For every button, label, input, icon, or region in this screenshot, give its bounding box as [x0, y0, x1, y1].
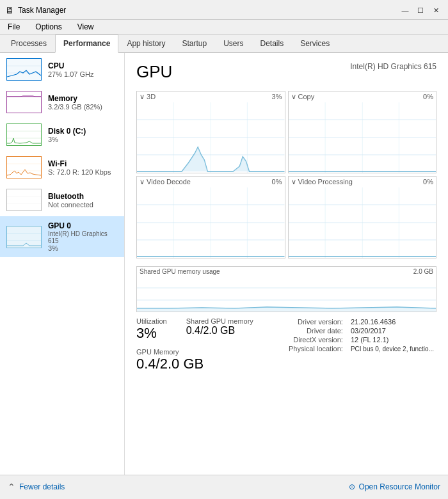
driver-date-value: 03/20/2017 [348, 326, 436, 335]
menu-bar: File Options View [0, 20, 448, 35]
tab-bar: Processes Performance App history Startu… [0, 35, 448, 53]
gpu-mini-chart [6, 226, 42, 248]
chart-video-decode: ∨ Video Decode 0% [136, 176, 285, 258]
app-icon: 🖥 [5, 5, 14, 15]
chart-video-processing-label: ∨ Video Processing 0% [289, 177, 436, 187]
fewer-details-label: Fewer details [19, 482, 65, 491]
menu-file[interactable]: File [5, 21, 22, 33]
disk-mini-chart [6, 123, 42, 146]
driver-version-label: Driver version: [286, 317, 348, 326]
directx-label: DirectX version: [286, 335, 348, 344]
physical-value: PCI bus 0, device 2, functio... [348, 344, 436, 353]
svg-rect-1 [7, 59, 41, 80]
chart-3d-area [137, 102, 285, 173]
tab-details[interactable]: Details [252, 35, 292, 53]
sidebar-item-disk[interactable]: Disk 0 (C:) 3% [0, 118, 124, 151]
cpu-mini-chart [6, 58, 42, 81]
memory-info: Memory 3.2/3.9 GB (82%) [48, 94, 118, 111]
detail-pane: GPU Intel(R) HD Graphics 615 ∨ 3D 3% [125, 53, 448, 475]
menu-view[interactable]: View [75, 21, 97, 33]
title-bar-left: 🖥 Task Manager [5, 5, 66, 15]
bluetooth-mini-chart [6, 189, 42, 211]
chart-video-processing: ∨ Video Processing 0% [288, 176, 437, 258]
detail-title: GPU [136, 62, 172, 82]
tab-performance[interactable]: Performance [55, 35, 118, 53]
sidebar-item-gpu[interactable]: GPU 0 Intel(R) HD Graphics 615 3% [0, 216, 124, 257]
stat-gpu-memory-block: GPU Memory 0.4/2.0 GB [136, 348, 253, 372]
chart-copy-area [289, 102, 436, 173]
sidebar-item-memory[interactable]: Memory 3.2/3.9 GB (82%) [0, 86, 124, 118]
minimize-button[interactable]: — [398, 4, 412, 17]
disk-title: Disk 0 (C:) [48, 127, 118, 136]
driver-info: Driver version: 21.20.16.4636 Driver dat… [286, 317, 436, 372]
gpu-info: GPU 0 Intel(R) HD Graphics 615 3% [48, 221, 118, 252]
svg-rect-14 [7, 226, 41, 248]
svg-rect-45 [137, 276, 436, 312]
title-bar-controls: — ☐ ✕ [398, 4, 443, 17]
svg-rect-4 [7, 91, 41, 113]
bluetooth-subtitle: Not connected [48, 201, 118, 209]
memory-title: Memory [48, 94, 118, 103]
stats-left: Utilization 3% Shared GPU memory 0.4/2.0… [136, 317, 253, 372]
disk-subtitle: 3% [48, 136, 118, 143]
menu-options[interactable]: Options [33, 21, 64, 33]
resource-monitor-icon: ⊙ [349, 482, 355, 491]
close-button[interactable]: ✕ [429, 4, 443, 17]
charts-grid: ∨ 3D 3% [136, 91, 436, 258]
tab-services[interactable]: Services [292, 35, 338, 53]
wifi-subtitle: S: 72.0 R: 120 Kbps [48, 168, 118, 176]
gpu-value: 3% [48, 244, 118, 252]
gpu-memory-chart-area [137, 276, 436, 312]
gpu-memory-chart: Shared GPU memory usage 2.0 GB [136, 266, 436, 312]
fewer-details-button[interactable]: ⌃ Fewer details [8, 482, 65, 492]
detail-header: GPU Intel(R) HD Graphics 615 [136, 62, 436, 82]
chart-copy: ∨ Copy 0% [288, 91, 437, 173]
app-title: Task Manager [18, 6, 66, 15]
physical-label: Physical location: [286, 344, 348, 353]
chart-3d-label: ∨ 3D 3% [137, 91, 285, 102]
sidebar: CPU 27% 1.07 GHz Memory 3.2/3.9 GB (82%) [0, 53, 125, 475]
tab-startup[interactable]: Startup [173, 35, 215, 53]
cpu-subtitle: 27% 1.07 GHz [48, 70, 118, 78]
cpu-title: CPU [48, 61, 118, 70]
title-bar: 🖥 Task Manager — ☐ ✕ [0, 0, 448, 20]
wifi-info: Wi-Fi S: 72.0 R: 120 Kbps [48, 159, 118, 176]
maximize-button[interactable]: ☐ [413, 4, 428, 17]
disk-info: Disk 0 (C:) 3% [48, 127, 118, 143]
gpu-title: GPU 0 [48, 221, 118, 230]
chevron-up-icon: ⌃ [8, 482, 15, 492]
tab-processes[interactable]: Processes [3, 35, 55, 53]
stat-utilization: Utilization 3% [136, 317, 167, 342]
stats-row-1: Utilization 3% Shared GPU memory 0.4/2.0… [136, 317, 253, 342]
detail-model: Intel(R) HD Graphics 615 [350, 62, 436, 71]
bottom-bar: ⌃ Fewer details ⊙ Open Resource Monitor [0, 475, 448, 498]
chart-video-decode-label: ∨ Video Decode 0% [137, 177, 285, 187]
sidebar-item-bluetooth[interactable]: Bluetooth Not connected [0, 184, 124, 216]
chart-copy-label: ∨ Copy 0% [289, 91, 436, 102]
chart-3d: ∨ 3D 3% [136, 91, 285, 173]
wifi-mini-chart [6, 156, 42, 178]
bluetooth-title: Bluetooth [48, 192, 118, 201]
directx-value: 12 (FL 12.1) [348, 335, 436, 344]
wifi-title: Wi-Fi [48, 159, 118, 168]
gpu-memory-chart-label: Shared GPU memory usage 2.0 GB [137, 267, 436, 276]
chart-video-decode-area [137, 187, 285, 258]
svg-rect-11 [7, 189, 41, 210]
memory-subtitle: 3.2/3.9 GB (82%) [48, 103, 118, 111]
stats-section: Utilization 3% Shared GPU memory 0.4/2.0… [136, 317, 436, 372]
sidebar-item-wifi[interactable]: Wi-Fi S: 72.0 R: 120 Kbps [0, 151, 124, 184]
stat-shared-memory: Shared GPU memory 0.4/2.0 GB [186, 317, 253, 342]
tab-app-history[interactable]: App history [118, 35, 173, 53]
main-content: CPU 27% 1.07 GHz Memory 3.2/3.9 GB (82%) [0, 53, 448, 475]
open-resource-monitor-button[interactable]: ⊙ Open Resource Monitor [349, 482, 440, 491]
cpu-info: CPU 27% 1.07 GHz [48, 61, 118, 78]
open-resource-monitor-label: Open Resource Monitor [359, 482, 440, 491]
gpu-subtitle: Intel(R) HD Graphics 615 [48, 230, 118, 244]
driver-version-value: 21.20.16.4636 [348, 317, 436, 326]
bluetooth-info: Bluetooth Not connected [48, 192, 118, 209]
memory-mini-chart [6, 91, 42, 113]
sidebar-item-cpu[interactable]: CPU 27% 1.07 GHz [0, 53, 124, 86]
tab-users[interactable]: Users [215, 35, 252, 53]
chart-video-processing-area [289, 187, 436, 258]
driver-date-label: Driver date: [286, 326, 348, 335]
